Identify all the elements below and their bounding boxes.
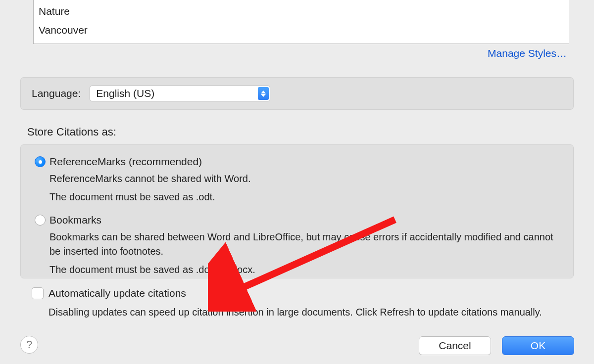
language-select[interactable]: English (US): [90, 86, 270, 101]
bookmarks-desc2: The document must be saved as .doc or .d…: [50, 263, 559, 277]
style-item-vancouver[interactable]: Vancouver: [38, 21, 565, 40]
section-title: Store Citations as:: [27, 126, 116, 138]
radio-bookmarks[interactable]: [35, 215, 46, 226]
referencemarks-desc1: ReferenceMarks cannot be shared with Wor…: [50, 172, 559, 186]
citation-style-list[interactable]: Nature Vancouver: [33, 0, 569, 44]
language-panel: Language: English (US): [20, 77, 574, 110]
referencemarks-desc2: The document must be saved as .odt.: [50, 190, 559, 204]
svg-marker-0: [261, 91, 266, 93]
manage-styles-link[interactable]: Manage Styles…: [488, 47, 567, 59]
style-item-nature[interactable]: Nature: [38, 2, 565, 21]
auto-update-desc: Disabling updates can speed up citation …: [49, 307, 542, 318]
ok-button[interactable]: OK: [502, 336, 574, 355]
auto-update-checkbox[interactable]: [32, 287, 44, 299]
radio-referencemarks-label: ReferenceMarks (recommended): [50, 156, 202, 168]
cancel-button[interactable]: Cancel: [419, 336, 491, 355]
store-citations-panel: ReferenceMarks (recommended) ReferenceMa…: [20, 144, 574, 278]
radio-referencemarks[interactable]: [35, 156, 46, 167]
help-icon[interactable]: ?: [20, 336, 38, 354]
bookmarks-desc1: Bookmarks can be shared between Word and…: [50, 230, 559, 259]
auto-update-label: Automatically update citations: [49, 287, 186, 299]
language-label: Language:: [32, 88, 81, 99]
svg-marker-1: [261, 94, 266, 97]
radio-bookmarks-label: Bookmarks: [50, 214, 101, 226]
chevron-updown-icon: [258, 87, 269, 100]
language-value: English (US): [96, 88, 154, 99]
